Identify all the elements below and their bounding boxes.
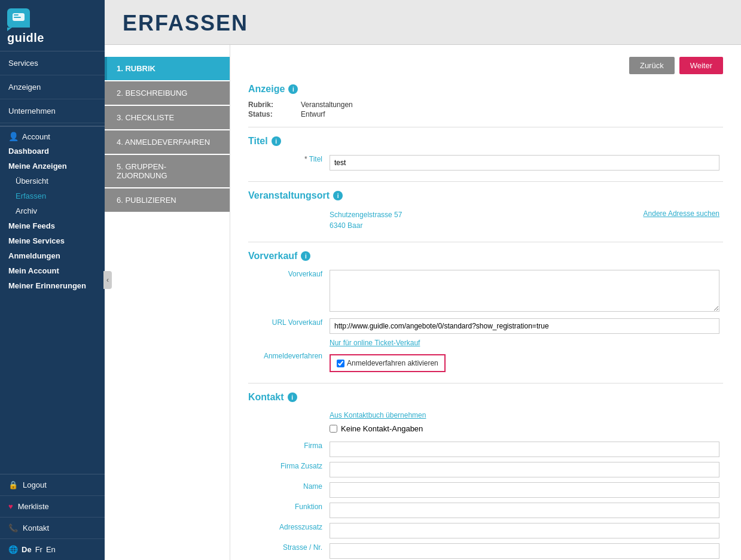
rubrik-label: Rubrik: (248, 101, 296, 109)
form-top-bar: Zurück Weiter (248, 57, 723, 74)
steps-panel: 1. RUBRIK 2. BESCHREIBUNG 3. CHECKLISTE … (105, 45, 230, 560)
status-value: Entwurf (301, 110, 723, 118)
sidebar: guidle Services Anzeigen Unternehmen 👤 A… (0, 0, 105, 560)
url-vorverkauf-input[interactable] (330, 318, 719, 334)
section-veranstaltungsort-title: Veranstaltungsort i (248, 190, 723, 201)
strasse-input[interactable] (330, 543, 719, 559)
sidebar-item-archiv[interactable]: Archiv (0, 203, 105, 218)
kontaktbuch-link[interactable]: Aus Kontaktbuch übernehmen (330, 411, 719, 419)
name-input[interactable] (330, 482, 719, 498)
page-title: ERFASSEN (123, 11, 723, 36)
logo-area: guidle (0, 0, 105, 51)
vorverkauf-textarea[interactable] (330, 270, 719, 312)
step-checkliste[interactable]: 3. CHECKLISTE (105, 106, 230, 129)
sidebar-item-meine-services[interactable]: Meine Services (0, 233, 105, 248)
step-gruppen-zuordnung[interactable]: 5. GRUPPEN- ZUORDNUNG (105, 155, 230, 187)
funktion-label: Funktion (248, 500, 326, 521)
anmeldeverfahren-box: Anmeldeverfahren aktivieren (330, 354, 446, 372)
sidebar-item-kontakt[interactable]: 📞 Kontakt (0, 518, 105, 539)
titel-info-icon[interactable]: i (272, 136, 281, 146)
address-row: Schutzengelstrasse 57 6340 Baar Andere A… (330, 209, 719, 231)
status-label: Status: (248, 110, 296, 118)
section-vorverkauf-title: Vorverkauf i (248, 251, 723, 261)
main-content: ERFASSEN 1. RUBRIK 2. BESCHREIBUNG 3. CH… (105, 0, 741, 560)
zuruck-button[interactable]: Zurück (629, 57, 675, 74)
address-line2: 6340 Baar (330, 220, 402, 231)
titel-input[interactable] (330, 155, 719, 171)
section-anzeige-title: Anzeige i (248, 84, 723, 95)
chevron-icon: ‹ (106, 276, 109, 284)
anmeldeverfahren-label: Anmeldeverfahren (248, 349, 326, 375)
anmeldeverfahren-checkbox[interactable] (337, 360, 344, 367)
url-vorverkauf-label: URL Vorverkauf (248, 316, 326, 336)
ticket-link[interactable]: Nur für online Ticket-Verkauf (330, 339, 719, 347)
strasse-label: Strasse / Nr. (248, 541, 326, 560)
firma-zusatz-label: Firma Zusatz (248, 459, 326, 480)
svg-rect-1 (14, 14, 19, 16)
section-kontakt-title: Kontakt i (248, 392, 723, 403)
sidebar-collapse-tab[interactable]: ‹ (103, 271, 112, 289)
sidebar-item-erfassen[interactable]: Erfassen (0, 188, 105, 203)
main-body: 1. RUBRIK 2. BESCHREIBUNG 3. CHECKLISTE … (105, 45, 741, 560)
logo-text: guidle (7, 31, 97, 45)
firma-label: Firma (248, 439, 326, 459)
sidebar-item-meine-anzeigen[interactable]: Meine Anzeigen (0, 159, 105, 174)
lock-icon: 🔒 (8, 480, 18, 489)
veranstaltungsort-label (248, 207, 326, 233)
sidebar-item-merkliste[interactable]: ♥ Merkliste (0, 496, 105, 518)
funktion-input[interactable] (330, 503, 719, 518)
user-icon: 👤 (8, 132, 19, 141)
anmeldeverfahren-checkbox-label[interactable]: Anmeldeverfahren aktivieren (337, 359, 438, 367)
language-switcher: 🌐 De Fr En (0, 539, 105, 560)
sidebar-nav-anzeigen[interactable]: Anzeigen (0, 75, 105, 99)
name-label: Name (248, 480, 326, 500)
andere-adresse-link[interactable]: Andere Adresse suchen (644, 209, 719, 218)
rubrik-value: Veranstaltungen (301, 101, 723, 109)
heart-icon: ♥ (8, 502, 13, 511)
page-header: ERFASSEN (105, 0, 741, 45)
sidebar-nav-services[interactable]: Services (0, 51, 105, 75)
kontakt-info-icon[interactable]: i (288, 392, 297, 402)
globe-icon: 🌐 (8, 545, 18, 554)
sidebar-item-anmeldungen[interactable]: Anmeldungen (0, 248, 105, 263)
section-titel-title: Titel i (248, 136, 723, 147)
step-rubrik[interactable]: 1. RUBRIK (105, 57, 230, 80)
sidebar-nav-unternehmen[interactable]: Unternehmen (0, 99, 105, 123)
form-area: Zurück Weiter Anzeige i Rubrik: Veransta… (230, 45, 741, 560)
sidebar-item-meiner-erinnerungen[interactable]: Meiner Erinnerungen (0, 278, 105, 293)
sidebar-item-meine-feeds[interactable]: Meine Feeds (0, 218, 105, 233)
sidebar-item-mein-account[interactable]: Mein Account (0, 263, 105, 278)
address-block: Schutzengelstrasse 57 6340 Baar (330, 209, 402, 231)
account-header: 👤 Account (0, 126, 105, 144)
anzeige-info-icon[interactable]: i (288, 84, 298, 94)
vorverkauf-label: Vorverkauf (248, 267, 326, 316)
keine-kontakt-checkbox[interactable] (330, 425, 337, 433)
lang-fr[interactable]: Fr (35, 545, 42, 554)
firma-zusatz-input[interactable] (330, 462, 719, 477)
sidebar-item-dashboard[interactable]: Dashboard (0, 144, 105, 159)
firma-input[interactable] (330, 442, 719, 457)
lang-de[interactable]: De (22, 545, 32, 554)
step-anmeldeverfahren[interactable]: 4. ANMELDEVERFAHREN (105, 130, 230, 154)
titel-field-label: * firmaTitel (248, 153, 326, 173)
step-publizieren[interactable]: 6. PUBLIZIEREN (105, 188, 230, 212)
sidebar-item-ubersicht[interactable]: Übersicht (0, 174, 105, 188)
address-line1: Schutzengelstrasse 57 (330, 209, 402, 220)
step-beschreibung[interactable]: 2. BESCHREIBUNG (105, 81, 230, 105)
keine-kontakt-label[interactable]: Keine Kontakt-Angaben (330, 424, 719, 433)
veranstaltungsort-info-icon[interactable]: i (333, 191, 343, 200)
svg-rect-2 (14, 17, 21, 18)
phone-icon: 📞 (8, 524, 18, 532)
meta-info: Rubrik: Veranstaltungen Status: Entwurf (248, 101, 723, 118)
vorverkauf-info-icon[interactable]: i (301, 251, 310, 261)
weiter-button[interactable]: Weiter (679, 57, 723, 74)
adresszusatz-label: Adresszusatz (248, 521, 326, 541)
logo-bubble (7, 8, 30, 28)
adresszusatz-input[interactable] (330, 523, 719, 538)
lang-en[interactable]: En (46, 545, 56, 554)
sidebar-item-logout[interactable]: 🔒 Logout (0, 474, 105, 496)
